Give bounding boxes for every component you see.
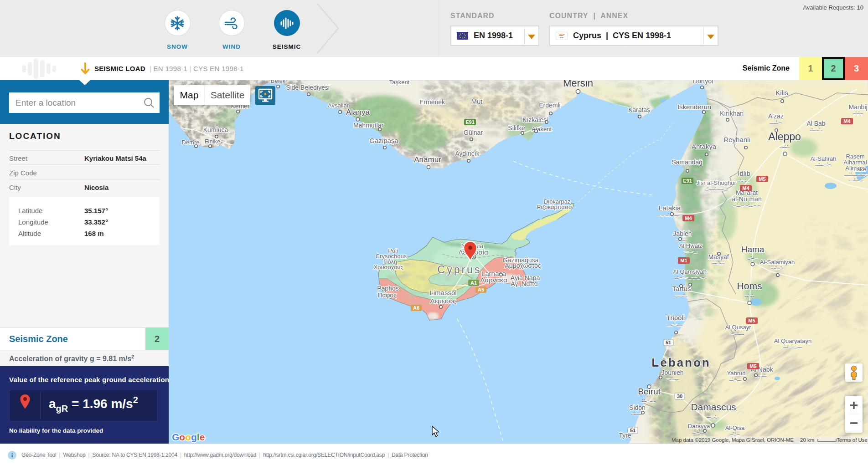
svg-text:A'zaz: A'zaz xyxy=(768,112,784,120)
svg-text:A1: A1 xyxy=(470,280,477,286)
svg-text:Map: Map xyxy=(180,90,199,100)
svg-text:M5: M5 xyxy=(748,318,755,323)
svg-text:Al Hwaiz: Al Hwaiz xyxy=(679,242,703,249)
svg-text:Paphos: Paphos xyxy=(377,285,398,292)
svg-text:51: 51 xyxy=(666,340,671,345)
svg-text:51: 51 xyxy=(630,428,636,433)
svg-text:Damascus: Damascus xyxy=(691,402,736,412)
svg-text:Kilis: Kilis xyxy=(775,89,788,97)
svg-text:Jisr al-Shughur: Jisr al-Shughur xyxy=(696,179,736,186)
svg-text:Antakya: Antakya xyxy=(692,143,717,150)
svg-text:Side Belediyesi: Side Belediyesi xyxy=(286,84,330,91)
svg-text:Χρυσοχούς: Χρυσοχούς xyxy=(373,264,403,271)
svg-text:Limassol: Limassol xyxy=(429,289,456,296)
svg-text:Lake: Lake xyxy=(853,166,866,173)
svg-text:A5: A5 xyxy=(478,287,484,292)
svg-text:Iskenderun: Iskenderun xyxy=(677,103,711,111)
svg-text:Aleppo: Aleppo xyxy=(768,131,801,143)
svg-text:Αμμόχωστος: Αμμόχωστος xyxy=(505,262,541,269)
svg-text:Ριζοκάρπασο: Ριζοκάρπασο xyxy=(537,204,572,210)
svg-text:Yabrud: Yabrud xyxy=(727,370,746,377)
svg-text:Aydıncık: Aydıncık xyxy=(455,150,480,157)
svg-text:Manbij: Manbij xyxy=(848,103,867,111)
svg-text:Al Qusayr: Al Qusayr xyxy=(725,324,751,331)
svg-text:Ermenek: Ermenek xyxy=(419,98,445,106)
svg-text:Αγ. Νάπα: Αγ. Νάπα xyxy=(511,280,538,287)
svg-text:Anamur: Anamur xyxy=(414,155,441,164)
svg-text:Kızkalesi: Kızkalesi xyxy=(522,116,548,123)
svg-text:Kırıkhan: Kırıkhan xyxy=(720,110,744,117)
svg-text:Darayya: Darayya xyxy=(688,423,710,429)
svg-text:Gazipaşa: Gazipaşa xyxy=(369,137,398,144)
svg-text:Al Quaryatayn: Al Quaryatayn xyxy=(774,337,811,344)
svg-text:Satellite: Satellite xyxy=(211,90,245,100)
svg-text:Silifke: Silifke xyxy=(508,124,525,132)
svg-text:Sidon: Sidon xyxy=(629,404,646,411)
svg-text:30: 30 xyxy=(677,393,682,399)
svg-text:20 km: 20 km xyxy=(800,437,814,443)
svg-text:Hama: Hama xyxy=(741,245,765,254)
svg-text:Google: Google xyxy=(172,432,205,442)
svg-text:Taşkent: Taşkent xyxy=(389,80,410,86)
svg-text:Al-Qisa: Al-Qisa xyxy=(725,424,745,431)
svg-text:Alanya: Alanya xyxy=(346,108,370,117)
svg-text:Karataş: Karataş xyxy=(628,106,650,113)
svg-text:Al Bab: Al Bab xyxy=(806,120,825,127)
svg-text:Jounieh: Jounieh xyxy=(661,369,683,376)
svg-text:Al-Safirah: Al-Safirah xyxy=(810,155,836,162)
svg-text:Erdemli: Erdemli xyxy=(539,102,560,109)
svg-text:M1: M1 xyxy=(680,258,687,263)
svg-text:Λάρνακα: Λάρνακα xyxy=(480,276,507,284)
svg-text:Belek: Belek xyxy=(271,80,286,84)
svg-text:al-Nu`man: al-Nu`man xyxy=(732,195,761,203)
svg-text:Latakia: Latakia xyxy=(659,204,681,212)
svg-text:Kumluca: Kumluca xyxy=(203,126,228,133)
svg-text:Reyhanlı: Reyhanlı xyxy=(723,136,750,143)
svg-text:Dörtyol: Dörtyol xyxy=(693,80,713,85)
svg-text:E91: E91 xyxy=(683,178,692,184)
svg-text:M4: M4 xyxy=(685,215,692,221)
svg-text:M4: M4 xyxy=(843,118,851,124)
svg-text:Idlib: Idlib xyxy=(738,169,750,177)
svg-text:Mut: Mut xyxy=(471,97,483,105)
svg-text:Map data ©2019 Google, Mapa GI: Map data ©2019 Google, Mapa GISrael, ORI… xyxy=(672,437,794,443)
svg-text:Mersin: Mersin xyxy=(563,80,593,89)
svg-text:Πάφος: Πάφος xyxy=(377,291,397,299)
svg-text:M4: M4 xyxy=(742,185,749,191)
svg-text:Finike: Finike xyxy=(205,138,221,145)
svg-text:Samandağ: Samandağ xyxy=(672,158,703,166)
svg-text:Jableh: Jableh xyxy=(673,230,692,237)
svg-text:M5: M5 xyxy=(749,363,756,369)
svg-text:Λεμεσός: Λεμεσός xyxy=(430,297,456,305)
svg-text:Tripoli: Tripoli xyxy=(666,314,685,322)
svg-text:Cyprus: Cyprus xyxy=(438,264,482,276)
svg-text:A6: A6 xyxy=(413,305,419,311)
svg-text:Gülnar: Gülnar xyxy=(464,129,483,136)
svg-text:Lebanon: Lebanon xyxy=(651,356,710,369)
svg-text:M5: M5 xyxy=(759,176,765,182)
svg-text:Al-Salamiyah: Al-Salamiyah xyxy=(760,259,795,266)
svg-text:Al Qamsiyah: Al Qamsiyah xyxy=(673,268,707,275)
svg-text:Homs: Homs xyxy=(737,281,762,291)
svg-text:Terms of Use: Terms of Use xyxy=(837,437,868,443)
svg-text:E91: E91 xyxy=(465,119,475,125)
